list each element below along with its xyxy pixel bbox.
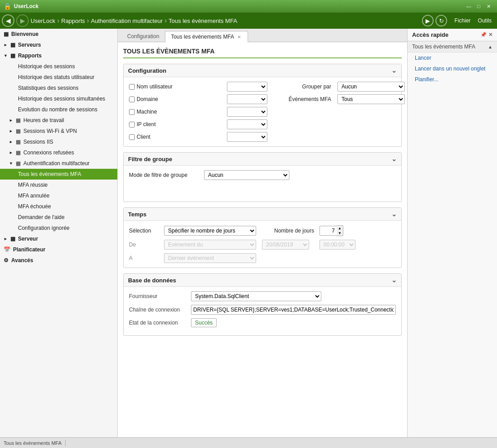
sidebar-item-rapports[interactable]: ▼ ▦ Rapports	[0, 50, 117, 61]
planificateur-icon: 📅	[4, 246, 10, 253]
tab-configuration[interactable]: Configuration	[121, 31, 165, 42]
maximize-button[interactable]: □	[474, 2, 484, 11]
section-db-header[interactable]: Base de données ⌄	[124, 274, 401, 287]
sidebar-item-demander-aide[interactable]: Demander de l'aide	[0, 212, 117, 223]
forward-button[interactable]: ▶	[16, 14, 29, 27]
iis-arrow: ►	[9, 140, 13, 144]
sidebar-item-mfa-annulee[interactable]: MFA annulée	[0, 190, 117, 201]
sidebar-item-heures-travail[interactable]: ► ▦ Heures de travail	[0, 115, 117, 126]
close-button[interactable]: ✕	[484, 2, 493, 11]
sidebar-item-auth-mfa[interactable]: ▼ ▦ Authentification multifacteur	[0, 158, 117, 169]
nom-utilisateur-label: Nom utilisateur	[129, 83, 223, 90]
ip-client-checkbox[interactable]	[129, 122, 135, 127]
sidebar-item-planificateur[interactable]: 📅 Planificateur	[0, 244, 117, 255]
serveur-arrow: ►	[4, 237, 8, 241]
time-select[interactable]: 00:00:00	[320, 240, 355, 250]
section-configuration-title: Configuration	[128, 67, 166, 74]
quick-access-icons: 📌 ✕	[480, 32, 493, 38]
nav-prev-button[interactable]: ▶	[422, 15, 434, 26]
de-select[interactable]: Evènement du	[164, 240, 256, 250]
sidebar-item-mfa-reussie[interactable]: MFA réussie	[0, 180, 117, 190]
breadcrumb: UserLock › Rapports › Authentification m…	[31, 17, 422, 25]
historique-sessions-label: Historique des sessions	[18, 63, 75, 70]
client-select[interactable]	[227, 132, 267, 142]
sidebar-item-serveur[interactable]: ► ▦ Serveur	[0, 233, 117, 244]
chaine-input[interactable]	[191, 305, 396, 315]
tab-tous-label: Tous les évènements MFA	[171, 34, 234, 40]
statistiques-label: Statistiques des sessions	[18, 85, 79, 91]
qa-item-lancer[interactable]: Lancer	[408, 53, 497, 63]
breadcrumb-rapports[interactable]: Rapports	[61, 18, 85, 24]
evenements-mfa-select[interactable]: Tous MFA réussie MFA annulée MFA échouée	[337, 94, 405, 104]
qa-section-arrow: ▲	[488, 44, 493, 49]
ip-client-select[interactable]	[227, 119, 267, 129]
minimize-button[interactable]: —	[464, 2, 474, 11]
config-ignoree-label: Configuration ignorée	[18, 225, 70, 231]
quick-access-title: Accès rapide	[412, 31, 448, 38]
connexions-icon: ▦	[16, 149, 21, 156]
back-button[interactable]: ◀	[2, 14, 14, 27]
section-temps-header[interactable]: Temps ⌄	[124, 208, 401, 221]
sidebar-item-sessions-iis[interactable]: ► ▦ Sessions IIS	[0, 136, 117, 147]
status-separator	[65, 440, 66, 446]
de-label: De	[129, 242, 160, 248]
tab-bar: Configuration Tous les évènements MFA ✕	[118, 29, 407, 42]
section-filtre-content: Mode de filtre de groupe Aucun Inclure E…	[124, 166, 401, 202]
sidebar-item-historique-sessions[interactable]: Historique des sessions	[0, 61, 117, 72]
sidebar-item-connexions[interactable]: ► ▦ Connexions refusées	[0, 147, 117, 158]
spinner-up[interactable]: ▲	[337, 226, 343, 231]
nav-refresh-button[interactable]: ↻	[435, 15, 447, 26]
sidebar-item-sessions-wifi[interactable]: ► ▦ Sessions Wi-Fi & VPN	[0, 126, 117, 136]
sidebar-item-evolution[interactable]: Evolution du nombre de sessions	[0, 104, 117, 115]
nombre-jours-field[interactable]	[320, 226, 337, 236]
etat-label: Etat de la connexion	[129, 320, 187, 326]
qa-item-planifier[interactable]: Planifier...	[408, 74, 497, 85]
etat-row: Etat de la connexion Succès	[129, 318, 396, 327]
sidebar-item-config-ignoree[interactable]: Configuration ignorée	[0, 223, 117, 233]
serveurs-icon: ▦	[10, 42, 15, 48]
section-configuration-content: Nom utilisateur Grouper par Aucun Utilis…	[124, 77, 401, 146]
nav-arrows: ▶ ↻	[422, 15, 447, 26]
section-temps-chevron: ⌄	[391, 211, 397, 218]
outils-menu[interactable]: Outils	[474, 16, 495, 26]
wifi-icon: ▦	[16, 128, 21, 134]
fournisseur-select[interactable]: System.Data.SqlClient	[191, 291, 321, 301]
domaine-select[interactable]	[227, 94, 267, 104]
date-select[interactable]: 20/08/2019	[262, 240, 309, 250]
section-db: Base de données ⌄ Fournisseur System.Dat…	[123, 273, 402, 336]
sidebar-item-historique-simultanees[interactable]: Historique des sessions simultanées	[0, 93, 117, 104]
a-select[interactable]: Dernier évènement	[164, 253, 256, 263]
machine-select[interactable]	[227, 107, 267, 117]
selection-select[interactable]: Spécifier le nombre de jours Plage de da…	[164, 226, 256, 236]
machine-checkbox[interactable]	[129, 109, 135, 115]
tab-tous-evenements[interactable]: Tous les évènements MFA ✕	[165, 31, 248, 42]
historique-statuts-label: Historique des statuts utilisateur	[18, 74, 94, 80]
sidebar-item-bienvenue[interactable]: ▦ Bienvenue	[0, 29, 117, 40]
sidebar-item-avances[interactable]: ⚙ Avancés	[0, 255, 117, 266]
breadcrumb-auth[interactable]: Authentification multifacteur	[91, 18, 163, 24]
client-checkbox[interactable]	[129, 134, 135, 140]
tab-close-icon[interactable]: ✕	[236, 34, 242, 40]
sidebar-item-mfa-echouee[interactable]: MFA échouée	[0, 201, 117, 212]
nom-utilisateur-checkbox[interactable]	[129, 84, 135, 90]
spinner-down[interactable]: ▼	[337, 231, 343, 236]
qa-close-icon[interactable]: ✕	[488, 32, 493, 38]
qa-item-lancer-onglet[interactable]: Lancer dans un nouvel onglet	[408, 63, 497, 74]
sidebar-item-historique-statuts[interactable]: Historique des statuts utilisateur	[0, 72, 117, 83]
grouper-par-select[interactable]: Aucun Utilisateur Machine	[337, 82, 405, 92]
sidebar-item-statistiques[interactable]: Statistiques des sessions	[0, 83, 117, 93]
tab-configuration-label: Configuration	[127, 33, 159, 40]
domaine-checkbox[interactable]	[129, 97, 135, 102]
mode-filtre-select[interactable]: Aucun Inclure Exclure	[204, 170, 289, 180]
nom-utilisateur-select[interactable]	[227, 82, 267, 92]
sidebar-item-serveurs[interactable]: ► ▦ Serveurs	[0, 40, 117, 50]
breadcrumb-userlock[interactable]: UserLock	[31, 18, 55, 24]
heures-icon: ▦	[16, 117, 21, 123]
serveur-label: Serveur	[18, 236, 38, 242]
pin-icon[interactable]: 📌	[480, 32, 487, 38]
section-configuration-header[interactable]: Configuration ⌄	[124, 64, 401, 77]
sidebar-item-tous-mfa[interactable]: Tous les évènements MFA	[0, 169, 117, 180]
fichier-menu[interactable]: Fichier	[451, 16, 474, 26]
fournisseur-row: Fournisseur System.Data.SqlClient	[129, 291, 396, 301]
section-filtre-header[interactable]: Filtre de groupe ⌄	[124, 153, 401, 166]
